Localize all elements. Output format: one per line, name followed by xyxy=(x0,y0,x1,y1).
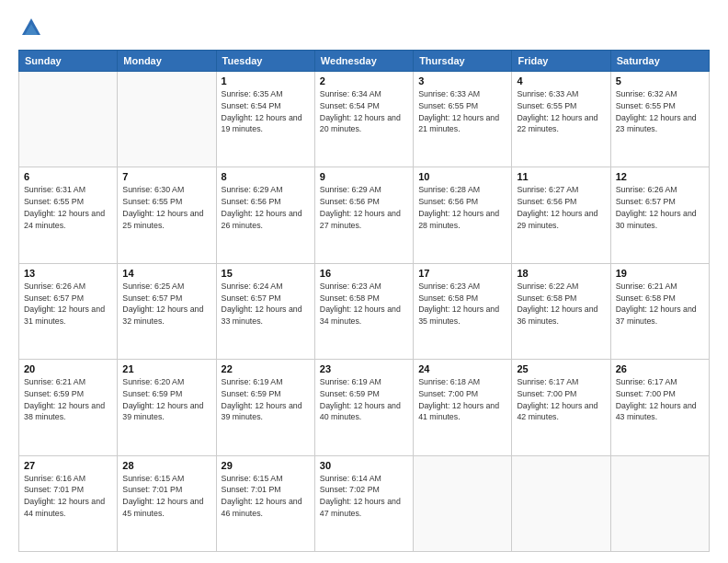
day-number: 24 xyxy=(418,363,506,374)
day-info: Sunrise: 6:21 AM Sunset: 6:58 PM Dayligh… xyxy=(616,281,704,327)
calendar-cell: 9Sunrise: 6:29 AM Sunset: 6:56 PM Daylig… xyxy=(314,167,413,263)
day-info: Sunrise: 6:27 AM Sunset: 6:56 PM Dayligh… xyxy=(517,184,605,231)
day-info: Sunrise: 6:24 AM Sunset: 6:57 PM Dayligh… xyxy=(222,281,310,327)
calendar-cell: 24Sunrise: 6:18 AM Sunset: 7:00 PM Dayli… xyxy=(414,360,512,455)
day-number: 12 xyxy=(616,171,704,182)
calendar-cell: 15Sunrise: 6:24 AM Sunset: 6:57 PM Dayli… xyxy=(216,263,314,359)
day-number: 27 xyxy=(24,460,112,471)
day-info: Sunrise: 6:22 AM Sunset: 6:58 PM Dayligh… xyxy=(517,281,605,327)
day-header: Saturday xyxy=(610,51,709,72)
day-info: Sunrise: 6:23 AM Sunset: 6:58 PM Dayligh… xyxy=(418,281,506,327)
day-number: 10 xyxy=(418,171,506,182)
day-number: 20 xyxy=(24,363,112,374)
calendar-cell: 10Sunrise: 6:28 AM Sunset: 6:56 PM Dayli… xyxy=(414,167,512,263)
calendar-cell xyxy=(118,72,216,167)
day-info: Sunrise: 6:26 AM Sunset: 6:57 PM Dayligh… xyxy=(24,281,112,327)
calendar-cell: 27Sunrise: 6:16 AM Sunset: 7:01 PM Dayli… xyxy=(19,455,118,551)
calendar-cell: 12Sunrise: 6:26 AM Sunset: 6:57 PM Dayli… xyxy=(610,167,709,263)
calendar-week: 6Sunrise: 6:31 AM Sunset: 6:55 PM Daylig… xyxy=(19,167,710,263)
day-number: 7 xyxy=(122,171,210,182)
calendar-cell: 19Sunrise: 6:21 AM Sunset: 6:58 PM Dayli… xyxy=(610,263,709,359)
day-header: Friday xyxy=(512,51,610,72)
calendar-cell xyxy=(19,72,118,167)
day-number: 4 xyxy=(517,75,605,86)
day-info: Sunrise: 6:23 AM Sunset: 6:58 PM Dayligh… xyxy=(320,281,408,327)
day-info: Sunrise: 6:28 AM Sunset: 6:56 PM Dayligh… xyxy=(418,184,506,231)
day-number: 9 xyxy=(320,171,408,182)
calendar-table: SundayMondayTuesdayWednesdayThursdayFrid… xyxy=(18,50,710,552)
day-header: Sunday xyxy=(19,51,118,72)
calendar-cell xyxy=(610,455,709,551)
calendar-cell: 28Sunrise: 6:15 AM Sunset: 7:01 PM Dayli… xyxy=(118,455,216,551)
day-number: 19 xyxy=(616,268,704,279)
day-number: 21 xyxy=(122,363,210,374)
day-number: 18 xyxy=(517,268,605,279)
calendar-cell: 4Sunrise: 6:33 AM Sunset: 6:55 PM Daylig… xyxy=(512,72,610,167)
day-number: 5 xyxy=(616,75,704,86)
day-number: 28 xyxy=(122,460,210,471)
calendar-cell: 23Sunrise: 6:19 AM Sunset: 6:59 PM Dayli… xyxy=(314,360,413,455)
calendar-week: 20Sunrise: 6:21 AM Sunset: 6:59 PM Dayli… xyxy=(19,360,710,455)
day-header: Wednesday xyxy=(314,51,413,72)
day-info: Sunrise: 6:19 AM Sunset: 6:59 PM Dayligh… xyxy=(320,376,408,423)
calendar-cell: 22Sunrise: 6:19 AM Sunset: 6:59 PM Dayli… xyxy=(216,360,314,455)
calendar-cell: 26Sunrise: 6:17 AM Sunset: 7:00 PM Dayli… xyxy=(610,360,709,455)
calendar-cell xyxy=(512,455,610,551)
header xyxy=(18,15,710,40)
day-info: Sunrise: 6:31 AM Sunset: 6:55 PM Dayligh… xyxy=(24,184,112,231)
calendar-cell: 14Sunrise: 6:25 AM Sunset: 6:57 PM Dayli… xyxy=(118,263,216,359)
day-header: Tuesday xyxy=(216,51,314,72)
calendar-cell: 18Sunrise: 6:22 AM Sunset: 6:58 PM Dayli… xyxy=(512,263,610,359)
calendar-week: 1Sunrise: 6:35 AM Sunset: 6:54 PM Daylig… xyxy=(19,72,710,167)
calendar-cell: 3Sunrise: 6:33 AM Sunset: 6:55 PM Daylig… xyxy=(414,72,512,167)
day-info: Sunrise: 6:15 AM Sunset: 7:01 PM Dayligh… xyxy=(222,473,310,520)
day-info: Sunrise: 6:33 AM Sunset: 6:55 PM Dayligh… xyxy=(418,88,506,135)
calendar-cell: 6Sunrise: 6:31 AM Sunset: 6:55 PM Daylig… xyxy=(19,167,118,263)
day-number: 26 xyxy=(616,363,704,374)
day-info: Sunrise: 6:29 AM Sunset: 6:56 PM Dayligh… xyxy=(222,184,310,231)
logo xyxy=(18,15,48,40)
page: SundayMondayTuesdayWednesdayThursdayFrid… xyxy=(0,0,728,563)
day-number: 23 xyxy=(320,363,408,374)
day-info: Sunrise: 6:17 AM Sunset: 7:00 PM Dayligh… xyxy=(517,376,605,423)
day-info: Sunrise: 6:30 AM Sunset: 6:55 PM Dayligh… xyxy=(122,184,210,231)
calendar-cell: 2Sunrise: 6:34 AM Sunset: 6:54 PM Daylig… xyxy=(314,72,413,167)
calendar-cell: 13Sunrise: 6:26 AM Sunset: 6:57 PM Dayli… xyxy=(19,263,118,359)
day-number: 8 xyxy=(222,171,310,182)
day-number: 3 xyxy=(418,75,506,86)
day-info: Sunrise: 6:18 AM Sunset: 7:00 PM Dayligh… xyxy=(418,376,506,423)
day-info: Sunrise: 6:16 AM Sunset: 7:01 PM Dayligh… xyxy=(24,473,112,520)
calendar-cell: 30Sunrise: 6:14 AM Sunset: 7:02 PM Dayli… xyxy=(314,455,413,551)
day-info: Sunrise: 6:21 AM Sunset: 6:59 PM Dayligh… xyxy=(24,376,112,423)
day-number: 22 xyxy=(222,363,310,374)
day-number: 1 xyxy=(222,75,310,86)
day-info: Sunrise: 6:33 AM Sunset: 6:55 PM Dayligh… xyxy=(517,88,605,135)
logo-icon xyxy=(18,15,44,40)
day-number: 16 xyxy=(320,268,408,279)
day-info: Sunrise: 6:32 AM Sunset: 6:55 PM Dayligh… xyxy=(616,88,704,135)
day-info: Sunrise: 6:35 AM Sunset: 6:54 PM Dayligh… xyxy=(222,88,310,135)
calendar-week: 27Sunrise: 6:16 AM Sunset: 7:01 PM Dayli… xyxy=(19,455,710,551)
day-number: 2 xyxy=(320,75,408,86)
calendar-cell: 16Sunrise: 6:23 AM Sunset: 6:58 PM Dayli… xyxy=(314,263,413,359)
calendar-cell: 20Sunrise: 6:21 AM Sunset: 6:59 PM Dayli… xyxy=(19,360,118,455)
day-number: 17 xyxy=(418,268,506,279)
day-info: Sunrise: 6:25 AM Sunset: 6:57 PM Dayligh… xyxy=(122,281,210,327)
day-number: 6 xyxy=(24,171,112,182)
day-number: 13 xyxy=(24,268,112,279)
day-info: Sunrise: 6:17 AM Sunset: 7:00 PM Dayligh… xyxy=(616,376,704,423)
day-info: Sunrise: 6:29 AM Sunset: 6:56 PM Dayligh… xyxy=(320,184,408,231)
day-header: Monday xyxy=(118,51,216,72)
calendar-cell xyxy=(414,455,512,551)
calendar-week: 13Sunrise: 6:26 AM Sunset: 6:57 PM Dayli… xyxy=(19,263,710,359)
day-info: Sunrise: 6:19 AM Sunset: 6:59 PM Dayligh… xyxy=(222,376,310,423)
day-info: Sunrise: 6:26 AM Sunset: 6:57 PM Dayligh… xyxy=(616,184,704,231)
day-header: Thursday xyxy=(414,51,512,72)
calendar-cell: 25Sunrise: 6:17 AM Sunset: 7:00 PM Dayli… xyxy=(512,360,610,455)
day-info: Sunrise: 6:14 AM Sunset: 7:02 PM Dayligh… xyxy=(320,473,408,520)
calendar-cell: 21Sunrise: 6:20 AM Sunset: 6:59 PM Dayli… xyxy=(118,360,216,455)
day-info: Sunrise: 6:20 AM Sunset: 6:59 PM Dayligh… xyxy=(122,376,210,423)
calendar-cell: 11Sunrise: 6:27 AM Sunset: 6:56 PM Dayli… xyxy=(512,167,610,263)
day-info: Sunrise: 6:34 AM Sunset: 6:54 PM Dayligh… xyxy=(320,88,408,135)
calendar-cell: 7Sunrise: 6:30 AM Sunset: 6:55 PM Daylig… xyxy=(118,167,216,263)
